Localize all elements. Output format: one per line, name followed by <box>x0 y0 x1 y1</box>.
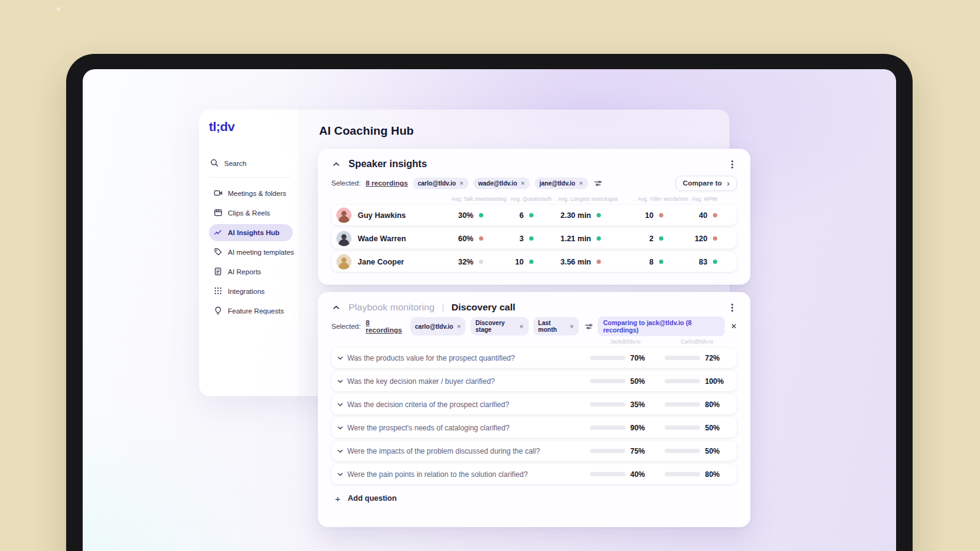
close-icon[interactable]: × <box>519 323 523 330</box>
column-header: Avg. Questions/h <box>510 196 558 202</box>
metric-value: 3 <box>508 234 524 243</box>
close-icon[interactable]: × <box>459 180 463 187</box>
metric-value: 40 <box>689 211 707 220</box>
speaker-row[interactable]: Jane Cooper 32% 10 3.56 min 8 83 <box>331 252 737 272</box>
tag-icon <box>214 247 222 257</box>
page-title: AI Coaching Hub <box>319 124 414 138</box>
speaker-menu-button[interactable] <box>727 159 737 169</box>
score-bar-group: 40% <box>590 470 665 479</box>
avatar <box>336 208 352 223</box>
title-separator: | <box>442 302 444 312</box>
metric-value: 8 <box>635 258 654 266</box>
filter-chip[interactable]: jane@tldv.io × <box>535 178 588 189</box>
progress-track <box>590 472 625 476</box>
score-percent: 50% <box>630 377 650 386</box>
chevron-down-icon[interactable] <box>337 403 347 407</box>
progress-track <box>665 425 700 430</box>
score-percent: 72% <box>705 354 725 362</box>
question-row[interactable]: Was the decision criteria of the prospec… <box>331 394 737 414</box>
question-row[interactable]: Were the impacts of the problem discusse… <box>331 441 737 461</box>
chevron-down-icon[interactable] <box>337 380 347 383</box>
sidebar-item-ai-meeting-templates[interactable]: AI meeting templates <box>209 244 293 261</box>
sidebar-item-clips-reels[interactable]: Clips & Reels <box>209 204 293 222</box>
status-dot-green <box>597 236 601 241</box>
sidebar-item-meetings-folders[interactable]: Meetings & folders <box>209 185 293 202</box>
speaker-row[interactable]: Guy Hawkins 30% 6 2.30 min 10 40 <box>331 205 737 225</box>
progress-track <box>665 402 700 407</box>
metric-cell: 83 <box>689 258 734 266</box>
progress-track <box>665 356 700 360</box>
sidebar-item-ai-reports[interactable]: AI Reports <box>209 263 293 280</box>
sidebar-item-label: Integrations <box>228 288 265 295</box>
add-question-button[interactable]: + Add question <box>331 489 737 508</box>
score-bar-group: 75% <box>590 447 665 455</box>
question-row[interactable]: Was the products value for the prospect … <box>331 348 737 368</box>
question-row[interactable]: Was the key decision maker / buyer clari… <box>331 371 737 391</box>
score-bar-group: 50% <box>590 377 665 386</box>
collapse-chevron-up-icon[interactable] <box>331 159 341 169</box>
comparing-chip: Comparing to jack@tldv.io (8 recordings)… <box>598 317 737 336</box>
sidebar-item-integrations[interactable]: Integrations <box>209 283 293 300</box>
sidebar-item-label: AI meeting templates <box>228 249 294 256</box>
column-header: Avg. Talk time/meeting <box>451 196 510 202</box>
filter-chip[interactable]: carlo@tldv.io × <box>413 178 469 189</box>
metric-value: 30% <box>449 211 473 220</box>
speaker-name: Jane Cooper <box>358 258 404 266</box>
metric-cell: 120 <box>689 234 734 243</box>
selected-recordings-link[interactable]: 8 recordings <box>366 319 405 334</box>
filter-chip[interactable]: wade@tldv.io × <box>473 178 530 189</box>
sidebar-item-feature-requests[interactable]: Feature Requests <box>209 302 293 320</box>
filter-chip[interactable]: carlo@tldv.io × <box>410 317 466 335</box>
chevron-down-icon[interactable] <box>337 473 347 476</box>
progress-track <box>590 402 625 407</box>
score-percent: 35% <box>630 400 650 409</box>
avatar <box>336 254 352 269</box>
speaker-panel-title: Speaker insights <box>349 159 427 170</box>
close-icon[interactable]: × <box>570 323 573 330</box>
metric-cell: 40 <box>689 211 734 220</box>
filter-icon[interactable] <box>594 180 602 187</box>
progress-track <box>590 449 625 453</box>
score-percent: 50% <box>705 447 725 455</box>
filter-chip[interactable]: Discovery stage × <box>470 317 528 335</box>
clapperboard-icon <box>214 208 222 218</box>
search-button[interactable]: Search <box>210 159 293 168</box>
speaker-row[interactable]: Wade Warren 60% 3 1.21 min 2 120 <box>331 228 737 249</box>
filter-icon[interactable] <box>585 323 593 330</box>
chip-label: Last month <box>538 320 567 333</box>
metric-value: 60% <box>449 234 473 243</box>
status-dot-red <box>479 236 483 241</box>
metric-value: 120 <box>689 234 707 243</box>
close-icon[interactable]: × <box>579 180 582 187</box>
collapse-chevron-up-icon[interactable] <box>331 302 341 312</box>
status-dot-green <box>713 260 717 264</box>
close-icon[interactable]: × <box>521 180 524 187</box>
score-bar-group: 100% <box>665 377 733 386</box>
chevron-down-icon[interactable] <box>337 449 347 453</box>
chip-label: carlo@tldv.io <box>415 323 453 330</box>
filter-chip[interactable]: Last month × <box>533 317 579 335</box>
sidebar-item-ai-insights-hub[interactable]: AI Insights Hub <box>209 224 293 241</box>
speaker-name: Guy Hawkins <box>358 211 406 220</box>
status-dot-green <box>597 213 601 217</box>
compare-to-button[interactable]: Compare to › <box>676 176 737 191</box>
metric-value: 2 <box>635 234 654 243</box>
playbook-chips: carlo@tldv.io ×Discovery stage ×Last mon… <box>410 317 579 335</box>
question-row[interactable]: Were the pain points in relation to the … <box>331 464 737 484</box>
metric-value: 2.30 min <box>556 211 591 220</box>
chevron-down-icon[interactable] <box>337 426 347 430</box>
status-dot-red <box>597 260 601 264</box>
score-bar-group: 90% <box>590 424 665 432</box>
close-icon[interactable]: ✕ <box>731 322 737 331</box>
score-bar-group: 50% <box>665 447 733 455</box>
playbook-menu-button[interactable] <box>727 302 737 312</box>
score-percent: 80% <box>705 400 725 409</box>
chevron-down-icon[interactable] <box>337 356 347 360</box>
playbook-filter-row: Selected: 8 recordings carlo@tldv.io ×Di… <box>331 320 737 332</box>
score-bar-group: 72% <box>665 354 733 362</box>
selected-recordings-link[interactable]: 8 recordings <box>366 179 408 187</box>
close-icon[interactable]: × <box>457 323 461 330</box>
sidebar-divider <box>209 177 290 178</box>
metric-value: 83 <box>689 258 707 266</box>
question-row[interactable]: Were the prospect's needs of cataloging … <box>331 418 737 438</box>
